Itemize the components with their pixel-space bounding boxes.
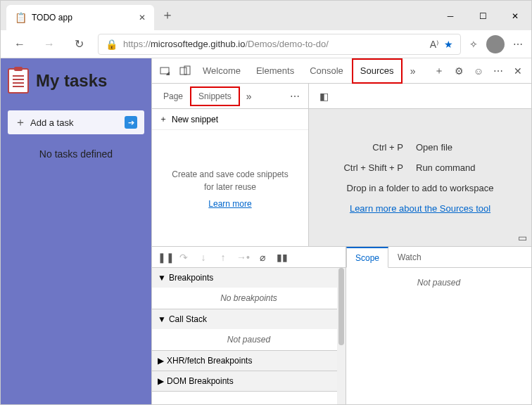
editor-drop-message: Drop in a folder to add to workspace (347, 183, 494, 193)
reader-icon[interactable]: A⁾ (430, 39, 438, 50)
close-window-button[interactable]: ✕ (499, 5, 531, 27)
callstack-empty: Not paused (152, 329, 346, 350)
url-field[interactable]: 🔒 https://microsoftedge.github.io/Demos/… (98, 34, 461, 55)
dom-breakpoints-section[interactable]: ▶DOM Breakpoints (152, 371, 346, 391)
window-titlebar: 📋 TODO app ✕ ＋ ─ ☐ ✕ (1, 1, 531, 30)
tab-elements[interactable]: Elements (249, 58, 301, 84)
debugger-pane: ❚❚ ↷ ↓ ↑ →• ⌀ ▮▮ ▼Breakpoints No breakpo… (152, 247, 346, 404)
snippets-learn-more-link[interactable]: Learn more (208, 199, 251, 209)
toggle-navigator-icon[interactable]: ◧ (315, 87, 333, 105)
devtools-menu-icon[interactable]: ⋯ (489, 62, 507, 80)
chevron-right-icon: ▶ (158, 376, 164, 386)
back-button[interactable]: ← (9, 34, 30, 55)
editor-corner-icon[interactable]: ▭ (518, 232, 527, 243)
window-controls: ─ ☐ ✕ (434, 5, 531, 27)
scope-tab[interactable]: Scope (346, 247, 388, 268)
submit-task-button[interactable]: ➔ (125, 116, 137, 129)
pause-exceptions-button[interactable]: ▮▮ (276, 252, 289, 263)
tab-console[interactable]: Console (303, 58, 350, 84)
refresh-button[interactable]: ↻ (68, 34, 89, 55)
shortcut-open-file: Ctrl + P (326, 142, 403, 153)
tab-sources[interactable]: Sources (352, 58, 403, 84)
no-tasks-message: No tasks defined (8, 148, 144, 160)
pause-button[interactable]: ❚❚ (158, 252, 170, 263)
forward-button[interactable]: → (39, 34, 60, 55)
profile-avatar[interactable] (486, 35, 505, 53)
deactivate-breakpoints-button[interactable]: ⌀ (256, 252, 269, 263)
editor-empty-state: Ctrl + P Open file Ctrl + Shift + P Run … (309, 109, 531, 246)
subtab-page[interactable]: Page (156, 86, 190, 106)
add-tab-icon[interactable]: ＋ (430, 62, 448, 80)
new-snippet-label: New snippet (172, 115, 218, 124)
close-tab-icon[interactable]: ✕ (139, 13, 146, 22)
favorite-icon[interactable]: ★ (444, 39, 453, 50)
breakpoints-empty: No breakpoints (152, 288, 346, 309)
chevron-down-icon: ▼ (158, 314, 166, 324)
page-title: My tasks (36, 71, 107, 91)
watch-tab[interactable]: Watch (388, 247, 431, 268)
debugger-toolbar: ❚❚ ↷ ↓ ↑ →• ⌀ ▮▮ (152, 247, 346, 268)
page-content: My tasks ＋ Add a task ➔ No tasks defined (1, 58, 151, 404)
sources-editor: ◧ Ctrl + P Open file Ctrl + Shift + P Ru… (309, 84, 531, 246)
device-toggle-icon[interactable] (176, 62, 194, 80)
plus-icon: ＋ (159, 113, 167, 125)
breakpoints-section[interactable]: ▼Breakpoints (152, 268, 346, 288)
shortcut-open-file-label: Open file (416, 142, 514, 153)
tab-title: TODO app (32, 13, 133, 22)
settings-icon[interactable]: ⚙ (450, 62, 468, 80)
inspect-icon[interactable] (156, 62, 175, 80)
more-subtabs-icon[interactable]: » (240, 87, 258, 105)
collections-icon[interactable]: ✧ (469, 39, 478, 50)
browser-tab[interactable]: 📋 TODO app ✕ (6, 5, 154, 30)
scope-empty: Not paused (346, 268, 531, 404)
minimize-button[interactable]: ─ (434, 5, 467, 27)
devtools-panel: Welcome Elements Console Sources » ＋ ⚙ ☺… (151, 58, 531, 404)
callstack-section[interactable]: ▼Call Stack (152, 309, 346, 329)
step-out-button[interactable]: ↑ (217, 252, 229, 263)
snippets-empty-message: Create and save code snippets for later … (166, 168, 294, 193)
subtab-snippets[interactable]: Snippets (190, 86, 240, 106)
menu-icon[interactable]: ⋯ (513, 39, 523, 50)
feedback-icon[interactable]: ☺ (469, 62, 488, 80)
snippets-empty-state: Create and save code snippets for later … (152, 130, 308, 246)
step-into-button[interactable]: ↓ (197, 252, 210, 263)
scrollbar[interactable] (337, 268, 346, 404)
url-text: https://microsoftedge.github.io/Demos/de… (123, 39, 424, 49)
editor-learn-more-link[interactable]: Learn more about the Sources tool (350, 203, 490, 214)
more-tabs-icon[interactable]: » (404, 62, 422, 80)
page-favicon: 📋 (15, 12, 26, 23)
sources-navigator: Page Snippets » ⋯ ＋ New snippet Create a… (152, 84, 309, 246)
clipboard-icon (8, 68, 29, 94)
scope-pane: Scope Watch Not paused (346, 247, 531, 404)
tab-welcome[interactable]: Welcome (196, 58, 248, 84)
navigator-menu-icon[interactable]: ⋯ (286, 87, 304, 105)
address-bar: ← → ↻ 🔒 https://microsoftedge.github.io/… (1, 30, 531, 58)
shortcut-run-command-label: Run command (416, 162, 514, 173)
svg-rect-1 (180, 68, 186, 75)
chevron-down-icon: ▼ (158, 273, 166, 283)
new-snippet-button[interactable]: ＋ New snippet (152, 109, 308, 130)
add-task-input[interactable]: ＋ Add a task ➔ (8, 110, 144, 134)
step-over-button[interactable]: ↷ (177, 252, 190, 263)
close-devtools-icon[interactable]: ✕ (509, 62, 527, 80)
shortcut-run-command: Ctrl + Shift + P (326, 162, 403, 173)
lock-icon: 🔒 (106, 39, 118, 50)
chevron-right-icon: ▶ (158, 356, 164, 366)
xhr-breakpoints-section[interactable]: ▶XHR/fetch Breakpoints (152, 351, 346, 371)
maximize-button[interactable]: ☐ (467, 5, 499, 27)
svg-rect-0 (160, 68, 169, 74)
devtools-tabbar: Welcome Elements Console Sources » ＋ ⚙ ☺… (152, 58, 531, 84)
new-tab-button[interactable]: ＋ (161, 6, 174, 23)
add-task-label: Add a task (30, 117, 125, 128)
step-button[interactable]: →• (236, 252, 249, 263)
plus-icon: ＋ (15, 115, 26, 130)
